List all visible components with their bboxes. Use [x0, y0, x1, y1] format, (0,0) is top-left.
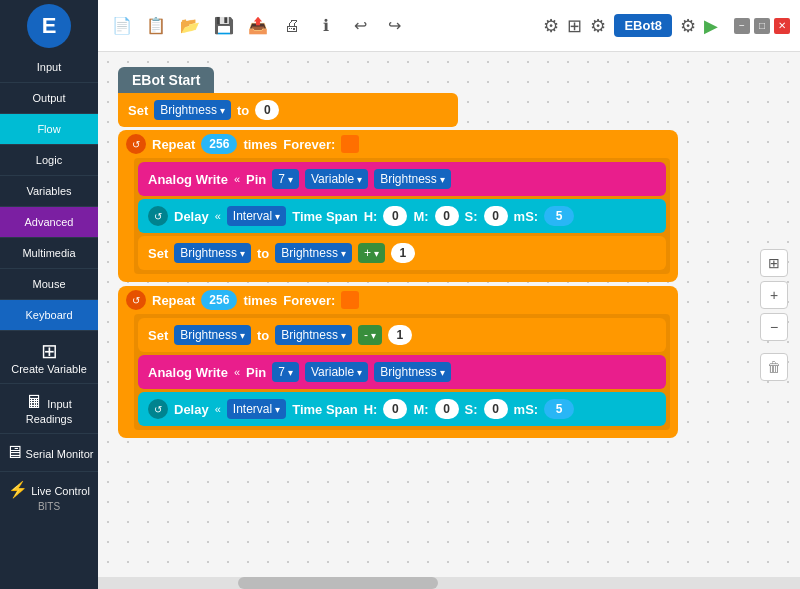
forever-label-2: Forever:: [283, 293, 335, 308]
delay-block-1[interactable]: ↺ Delay « Interval ▾ Time Span H: 0 M:: [138, 199, 666, 233]
brightness-var-dropdown-2[interactable]: Brightness ▾: [374, 362, 451, 382]
brightness-dropdown-set-2[interactable]: Brightness ▾: [174, 325, 251, 345]
sidebar-create-variable[interactable]: ⊞ Create Variable: [0, 331, 98, 384]
s-input-2[interactable]: 0: [484, 399, 508, 419]
toolbar-right: ⚙ ⊞ ⚙ EBot8 ⚙ ▶ − □ ✕: [543, 14, 790, 37]
s-label-1: S:: [465, 209, 478, 224]
ebot-settings-icon[interactable]: ⚙: [680, 15, 696, 37]
pin-dropdown-2[interactable]: 7 ▾: [272, 362, 299, 382]
set-label: Set: [128, 103, 148, 118]
to-label-2: to: [257, 246, 269, 261]
operator-dropdown-1[interactable]: + ▾: [358, 243, 385, 263]
chevron-down-icon-2: ▾: [288, 174, 293, 185]
maximize-button[interactable]: □: [754, 18, 770, 34]
canvas-area[interactable]: EBot Start Set Brightness ▾ to 0 ↺: [98, 52, 800, 577]
forever-box-2[interactable]: [341, 291, 359, 309]
interval-dropdown-2[interactable]: Interval ▾: [227, 399, 286, 419]
sidebar-item-input[interactable]: Input: [0, 52, 98, 83]
ebot-label[interactable]: EBot8: [614, 14, 672, 37]
value-input-1[interactable]: 0: [255, 100, 279, 120]
scrollbar-thumb[interactable]: [238, 577, 438, 589]
brightness-dropdown-1[interactable]: Brightness ▾: [154, 100, 231, 120]
sidebar-item-variables[interactable]: Variables: [0, 176, 98, 207]
trash-button[interactable]: 🗑: [760, 353, 788, 381]
sidebar-item-keyboard[interactable]: Keyboard: [0, 300, 98, 331]
operator-dropdown-2[interactable]: - ▾: [358, 325, 382, 345]
brightness-op-dropdown-1[interactable]: Brightness ▾: [275, 243, 352, 263]
sidebar-item-mouse[interactable]: Mouse: [0, 269, 98, 300]
s-input-1[interactable]: 0: [484, 206, 508, 226]
delay-block-2[interactable]: ↺ Delay « Interval ▾ Time Span H: 0 M:: [138, 392, 666, 426]
upload-icon[interactable]: 📤: [244, 12, 272, 40]
sidebar-input-readings[interactable]: 🖩 Input Readings: [0, 384, 98, 434]
play-button[interactable]: ▶: [704, 15, 718, 37]
zoom-in-button[interactable]: +: [760, 281, 788, 309]
print-icon[interactable]: 🖨: [278, 12, 306, 40]
ms-input-1[interactable]: 5: [544, 206, 574, 226]
info-icon[interactable]: ℹ: [312, 12, 340, 40]
brightness-var-dropdown-1[interactable]: Brightness ▾: [374, 169, 451, 189]
sidebar-item-advanced[interactable]: Advanced: [0, 207, 98, 238]
variable-dropdown-1[interactable]: Variable ▾: [305, 169, 368, 189]
h-input-2[interactable]: 0: [383, 399, 407, 419]
timespan-label-2: Time Span: [292, 402, 358, 417]
sidebar-item-output[interactable]: Output: [0, 83, 98, 114]
repeat-count-1[interactable]: 256: [201, 134, 237, 154]
timespan-label-1: Time Span: [292, 209, 358, 224]
brightness-dropdown-set-1[interactable]: Brightness ▾: [174, 243, 251, 263]
set-brightness-add-block[interactable]: Set Brightness ▾ to Brightness ▾: [138, 236, 666, 270]
canvas-scrollbar[interactable]: [98, 577, 800, 589]
zoom-fit-button[interactable]: ⊞: [760, 249, 788, 277]
h-label-1: H:: [364, 209, 378, 224]
new-file-icon[interactable]: 📄: [108, 12, 136, 40]
chevron-down-icon-6: ▾: [240, 248, 245, 259]
analog-write-block-1[interactable]: Analog Write « Pin 7 ▾ Variable ▾: [138, 162, 666, 196]
sidebar-item-multimedia[interactable]: Multimedia: [0, 238, 98, 269]
copy-icon[interactable]: 📋: [142, 12, 170, 40]
delay-circle-icon-2: ↺: [148, 399, 168, 419]
chevron-down-icon-14: ▾: [440, 367, 445, 378]
times-label-2: times: [243, 293, 277, 308]
repeat-count-2[interactable]: 256: [201, 290, 237, 310]
close-button[interactable]: ✕: [774, 18, 790, 34]
sidebar-item-flow[interactable]: Flow: [0, 114, 98, 145]
op-val-input-2[interactable]: 1: [388, 325, 412, 345]
settings-icon[interactable]: ⚙: [543, 15, 559, 37]
chevron-down-icon-11: ▾: [371, 330, 376, 341]
ms-label-1: mS:: [514, 209, 539, 224]
brightness-op-dropdown-2[interactable]: Brightness ▾: [275, 325, 352, 345]
chevron-down-icon-4: ▾: [440, 174, 445, 185]
sidebar-item-logic[interactable]: Logic: [0, 145, 98, 176]
undo-icon[interactable]: ↩: [346, 12, 374, 40]
delay-chevron-2: «: [215, 403, 221, 415]
chevron-down-icon-12: ▾: [288, 367, 293, 378]
sidebar-live-control[interactable]: ⚡ Live Control BITS: [0, 472, 98, 520]
forever-box-1[interactable]: [341, 135, 359, 153]
repeat-label-1: Repeat: [152, 137, 195, 152]
sidebar-serial-monitor[interactable]: 🖥 Serial Monitor: [0, 434, 98, 472]
save-icon[interactable]: 💾: [210, 12, 238, 40]
variable-dropdown-2[interactable]: Variable ▾: [305, 362, 368, 382]
chip-icon[interactable]: ⚙: [590, 15, 606, 37]
m-label-2: M:: [413, 402, 428, 417]
h-input-1[interactable]: 0: [383, 206, 407, 226]
redo-icon[interactable]: ↪: [380, 12, 408, 40]
create-variable-label: Create Variable: [11, 363, 87, 375]
serial-monitor-label: Serial Monitor: [26, 448, 94, 460]
set-brightness-block[interactable]: Set Brightness ▾ to 0: [118, 93, 458, 127]
m-input-1[interactable]: 0: [435, 206, 459, 226]
op-val-input-1[interactable]: 1: [391, 243, 415, 263]
zoom-out-button[interactable]: −: [760, 313, 788, 341]
set-brightness-sub-block[interactable]: Set Brightness ▾ to Brightness ▾: [138, 318, 666, 352]
minimize-button[interactable]: −: [734, 18, 750, 34]
pin-dropdown-1[interactable]: 7 ▾: [272, 169, 299, 189]
m-input-2[interactable]: 0: [435, 399, 459, 419]
bits-label: BITS: [4, 501, 94, 512]
open-icon[interactable]: 📂: [176, 12, 204, 40]
layout-icon[interactable]: ⊞: [567, 15, 582, 37]
repeat-header-1: ↺ Repeat 256 times Forever:: [126, 134, 670, 154]
analog-write-block-2[interactable]: Analog Write « Pin 7 ▾ Variable ▾: [138, 355, 666, 389]
create-variable-icon: ⊞: [4, 339, 94, 363]
interval-dropdown-1[interactable]: Interval ▾: [227, 206, 286, 226]
ms-input-2[interactable]: 5: [544, 399, 574, 419]
